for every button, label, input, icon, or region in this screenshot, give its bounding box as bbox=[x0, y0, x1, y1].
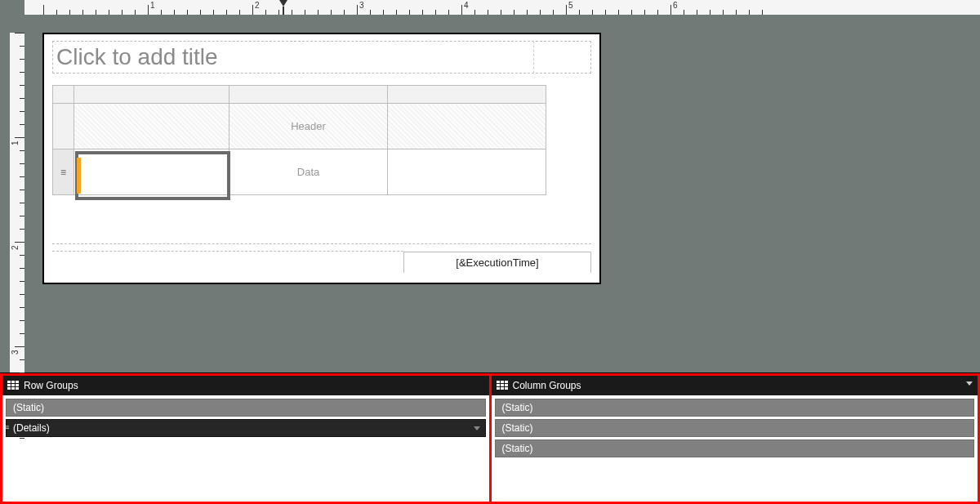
table-icon bbox=[497, 381, 508, 390]
report-title-text: Click to add title bbox=[56, 44, 218, 70]
tablix-row-handle-data[interactable]: ≡ bbox=[53, 149, 74, 195]
group-item-label: (Static) bbox=[502, 443, 533, 454]
row-groups-pane: Row Groups (Static)≡(Details) bbox=[2, 376, 492, 502]
row-group-item[interactable]: ≡(Details) bbox=[6, 419, 486, 437]
group-item-label: (Details) bbox=[13, 422, 50, 434]
tablix[interactable]: Header ≡ Data bbox=[52, 85, 546, 195]
ruler-caret-icon[interactable] bbox=[279, 0, 287, 15]
footer-separator bbox=[52, 251, 403, 252]
vertical-ruler: 123 bbox=[10, 33, 24, 372]
column-group-item[interactable]: (Static) bbox=[495, 419, 975, 437]
tablix-header-cell-1[interactable] bbox=[74, 104, 229, 149]
chevron-down-icon[interactable] bbox=[474, 426, 480, 430]
group-item-label: (Static) bbox=[502, 402, 533, 413]
row-groups-list: (Static)≡(Details) bbox=[2, 395, 489, 502]
drag-handle-icon[interactable]: ≡ bbox=[5, 423, 9, 431]
tablix-header-row: Header bbox=[53, 104, 546, 149]
column-groups-header[interactable]: Column Groups bbox=[492, 376, 978, 395]
group-item-label: (Static) bbox=[13, 402, 44, 413]
group-item-label: (Static) bbox=[502, 422, 533, 434]
design-surface[interactable]: 123456 123 Click to add title bbox=[0, 0, 980, 373]
tablix-col-handle-2[interactable] bbox=[229, 86, 388, 104]
tablix-row-handle-header[interactable] bbox=[53, 104, 74, 149]
grouping-pane: Row Groups (Static)≡(Details) Column Gro… bbox=[0, 373, 980, 504]
footer-execution-time-text: [&ExecutionTime] bbox=[456, 256, 538, 269]
details-row-icon: ≡ bbox=[60, 167, 66, 178]
column-groups-list: (Static)(Static)(Static) bbox=[492, 395, 978, 502]
row-groups-header[interactable]: Row Groups bbox=[2, 376, 489, 395]
tablix-data-row: ≡ Data bbox=[53, 149, 546, 195]
body-footer-separator bbox=[52, 243, 591, 244]
tablix-data-cell-1[interactable] bbox=[74, 149, 229, 195]
tablix-col-handle-3[interactable] bbox=[388, 86, 546, 104]
table-icon bbox=[7, 381, 19, 390]
column-group-item[interactable]: (Static) bbox=[495, 399, 975, 417]
row-groups-label: Row Groups bbox=[24, 380, 78, 391]
report-title-right-cell[interactable] bbox=[536, 41, 591, 74]
grouping-pane-menu-icon[interactable] bbox=[966, 381, 973, 386]
row-group-item[interactable]: (Static) bbox=[6, 399, 486, 417]
tablix-header-cell-3[interactable] bbox=[388, 104, 546, 149]
column-groups-pane: Column Groups (Static)(Static)(Static) bbox=[492, 376, 978, 502]
footer-execution-time[interactable]: [&ExecutionTime] bbox=[403, 252, 591, 273]
tablix-col-handles bbox=[53, 86, 546, 104]
tablix-col-handle-1[interactable] bbox=[74, 86, 229, 104]
horizontal-ruler: 123456 bbox=[24, 0, 980, 15]
report-designer: 123456 123 Click to add title bbox=[0, 0, 980, 504]
report-title-placeholder[interactable]: Click to add title bbox=[52, 41, 534, 74]
tablix-data-cell-2[interactable]: Data bbox=[229, 149, 388, 195]
tablix-header-cell-2[interactable]: Header bbox=[229, 104, 388, 149]
report-page[interactable]: Click to add title Header ≡ bbox=[42, 33, 601, 284]
column-groups-label: Column Groups bbox=[513, 380, 581, 391]
column-group-item[interactable]: (Static) bbox=[495, 439, 975, 457]
tablix-corner-handle[interactable] bbox=[53, 86, 74, 104]
tablix-data-cell-3[interactable] bbox=[388, 149, 546, 195]
